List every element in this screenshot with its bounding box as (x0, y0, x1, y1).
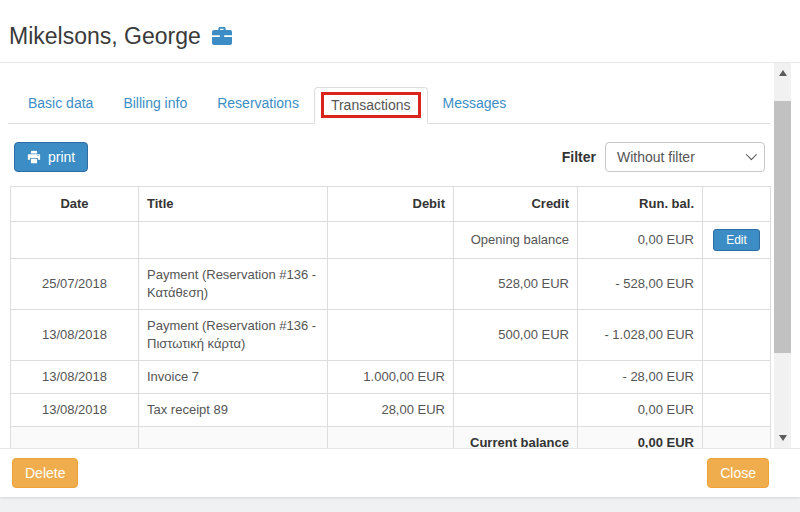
modal-footer: Delete Close (0, 448, 800, 497)
column-header-title: Title (139, 187, 328, 222)
chevron-down-icon (746, 148, 757, 159)
modal-body: Basic data Billing info Reservations Tra… (0, 62, 800, 448)
scrollbar[interactable] (774, 63, 791, 448)
table-row: 25/07/2018 Payment (Reservation #136 - Κ… (11, 259, 771, 310)
scroll-up-button[interactable] (774, 64, 791, 82)
printer-icon (27, 150, 41, 164)
toolbar: print Filter Without filter (14, 142, 765, 172)
table-row-opening-balance: Opening balance 0,00 EUR Edit (11, 222, 771, 259)
triangle-down-icon (779, 435, 787, 441)
close-button[interactable]: Close (707, 458, 769, 488)
tab-basic-data[interactable]: Basic data (13, 87, 108, 124)
tab-transactions[interactable]: Transactions (314, 87, 428, 124)
annotation-highlight-box: Transactions (321, 92, 421, 118)
scroll-down-button[interactable] (774, 429, 791, 447)
page-title: Mikelsons, George (0, 0, 800, 49)
modal-header: Mikelsons, George (0, 0, 800, 62)
print-button[interactable]: print (14, 142, 88, 172)
transactions-table: Date Title Debit Credit Run. bal. Openin… (10, 186, 771, 448)
customer-name: Mikelsons, George (9, 23, 201, 49)
filter-label: Filter (562, 149, 596, 165)
filter-group: Filter Without filter (562, 142, 765, 172)
tab-bar: Basic data Billing info Reservations Tra… (8, 87, 770, 124)
column-header-actions (703, 187, 771, 222)
triangle-up-icon (779, 70, 787, 76)
table-row-current-balance: Current balance 0,00 EUR (11, 427, 771, 449)
customer-modal: Mikelsons, George Basic data Billing inf… (0, 0, 800, 497)
filter-select[interactable]: Without filter (605, 142, 765, 172)
briefcase-icon (211, 26, 233, 46)
tab-billing-info[interactable]: Billing info (108, 87, 202, 124)
filter-selected-value: Without filter (617, 149, 695, 165)
tab-reservations[interactable]: Reservations (202, 87, 314, 124)
edit-button[interactable]: Edit (713, 229, 760, 251)
column-header-run-bal: Run. bal. (578, 187, 703, 222)
delete-button[interactable]: Delete (12, 458, 78, 488)
tab-messages[interactable]: Messages (428, 87, 522, 124)
table-row: 13/08/2018 Tax receipt 89 28,00 EUR 0,00… (11, 394, 771, 427)
column-header-credit: Credit (454, 187, 578, 222)
column-header-date: Date (11, 187, 139, 222)
column-header-debit: Debit (328, 187, 454, 222)
table-row: 13/08/2018 Payment (Reservation #136 - Π… (11, 310, 771, 361)
scrollbar-thumb[interactable] (774, 101, 791, 353)
table-row: 13/08/2018 Invoice 7 1.000,00 EUR - 28,0… (11, 361, 771, 394)
table-header-row: Date Title Debit Credit Run. bal. (11, 187, 771, 222)
